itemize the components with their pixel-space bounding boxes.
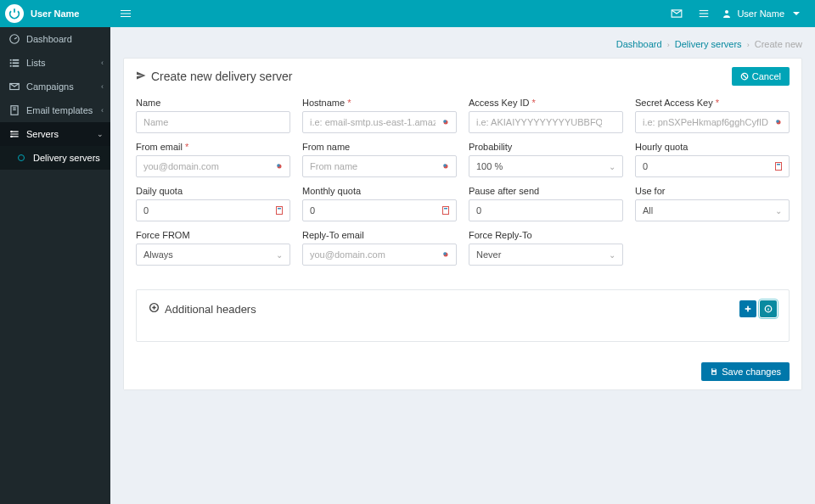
svg-rect-2 [121, 16, 131, 17]
pause-after-send-input[interactable] [469, 199, 623, 221]
force-from-select[interactable]: Always ⌄ [136, 244, 290, 266]
field-label: Reply-To email [302, 230, 457, 240]
send-icon [136, 70, 146, 83]
chevron-right-icon: › [667, 41, 670, 49]
breadcrumb: Dashboard › Delivery servers › Create ne… [123, 36, 802, 58]
reply-to-email-input[interactable] [302, 244, 457, 266]
form-panel: Create new delivery server Cancel Name [123, 58, 802, 390]
brand-label: User Name [31, 8, 79, 19]
plus-circle-icon [149, 302, 160, 316]
list-icon[interactable] [694, 4, 713, 23]
additional-headers-title: Additional headers [149, 302, 256, 316]
breadcrumb-link[interactable]: Dashboard [616, 39, 662, 49]
svg-rect-1 [121, 14, 131, 14]
chevron-down-icon: ⌄ [97, 130, 104, 138]
svg-rect-9 [13, 59, 20, 61]
svg-rect-13 [13, 65, 20, 67]
sidebar-item-servers[interactable]: Servers ⌄ [0, 122, 110, 146]
sidebar-item-label: Delivery servers [33, 153, 100, 163]
svg-rect-5 [700, 16, 709, 17]
servers-icon [8, 128, 20, 140]
secret-access-key-input[interactable] [635, 111, 790, 133]
panel-title: Create new delivery server [136, 70, 293, 83]
topbar: User Name User Name [0, 0, 815, 27]
field-label: Secret Access Key * [635, 98, 790, 108]
sidebar-item-dashboard[interactable]: Dashboard [0, 27, 110, 51]
svg-rect-37 [745, 308, 751, 310]
chevron-left-icon: ‹ [101, 82, 104, 91]
info-button[interactable] [760, 300, 777, 317]
field-label: Hostname * [302, 98, 457, 108]
svg-rect-3 [700, 10, 709, 11]
svg-rect-11 [13, 62, 20, 64]
svg-point-16 [11, 132, 12, 132]
sidebar-toggle[interactable] [110, 0, 141, 27]
sidebar-item-label: Email templates [26, 105, 93, 115]
breadcrumb-current: Create new [755, 39, 802, 49]
sidebar-item-label: Servers [26, 129, 59, 139]
brand[interactable]: User Name [0, 0, 110, 27]
field-label: Use for [635, 186, 790, 196]
svg-rect-12 [10, 65, 12, 67]
dashboard-icon [8, 33, 20, 45]
user-label: User Name [737, 8, 784, 19]
force-reply-to-select[interactable]: Never ⌄ [469, 244, 623, 266]
svg-rect-4 [700, 13, 709, 14]
from-name-input[interactable] [302, 155, 457, 177]
sidebar-item-label: Lists [26, 58, 46, 68]
caret-down-icon[interactable] [793, 12, 800, 15]
cancel-button[interactable]: Cancel [732, 67, 790, 86]
hostname-input[interactable] [302, 111, 457, 133]
from-email-input[interactable] [136, 155, 290, 177]
field-label: Access Key ID * [469, 98, 623, 108]
bullet-icon [15, 152, 27, 164]
ban-icon [740, 72, 749, 81]
envelope-icon[interactable] [667, 4, 686, 23]
save-icon [710, 367, 718, 376]
svg-rect-10 [10, 62, 12, 64]
monthly-quota-input[interactable] [302, 199, 457, 221]
breadcrumb-link[interactable]: Delivery servers [675, 39, 742, 49]
field-label: Probability [469, 142, 623, 152]
envelope-icon [8, 81, 20, 92]
svg-rect-0 [121, 10, 131, 11]
sidebar-item-email-templates[interactable]: Email templates ‹ [0, 98, 110, 122]
hourly-quota-input[interactable] [635, 155, 790, 177]
field-label: Pause after send [469, 186, 623, 196]
power-icon [5, 4, 24, 23]
sidebar: Dashboard Lists ‹ Campaigns ‹ E [0, 27, 110, 504]
probability-select[interactable]: 100 % ⌄ [469, 155, 623, 177]
add-header-button[interactable] [739, 300, 756, 317]
sidebar-item-label: Dashboard [26, 34, 72, 44]
save-changes-button[interactable]: Save changes [701, 362, 790, 381]
field-label: Hourly quota [635, 142, 790, 152]
daily-quota-input[interactable] [136, 199, 290, 221]
field-label: From email * [136, 142, 290, 152]
svg-point-17 [11, 136, 12, 137]
sidebar-item-label: Campaigns [26, 81, 74, 92]
chevron-down-icon: ⌄ [775, 206, 782, 216]
use-for-select[interactable]: All ⌄ [635, 199, 790, 221]
access-key-id-input[interactable] [469, 111, 623, 133]
name-input[interactable] [136, 111, 290, 133]
field-label: Force FROM [136, 230, 290, 240]
sidebar-item-campaigns[interactable]: Campaigns ‹ [0, 75, 110, 98]
main-content: Dashboard › Delivery servers › Create ne… [110, 27, 815, 504]
user-menu[interactable]: User Name [722, 8, 784, 19]
list-icon [8, 57, 20, 69]
sidebar-item-lists[interactable]: Lists ‹ [0, 51, 110, 75]
chevron-down-icon: ⌄ [276, 250, 283, 260]
svg-rect-8 [10, 59, 12, 61]
sidebar-item-delivery-servers[interactable]: Delivery servers [0, 146, 110, 170]
chevron-down-icon: ⌄ [609, 162, 615, 171]
field-label: Force Reply-To [469, 230, 623, 240]
svg-rect-40 [713, 372, 716, 374]
user-icon [722, 8, 732, 19]
svg-point-6 [725, 10, 728, 14]
template-icon [8, 104, 20, 116]
field-label: Daily quota [136, 186, 290, 196]
svg-rect-39 [713, 368, 716, 370]
field-label: Monthly quota [302, 186, 457, 196]
field-label: From name [302, 142, 457, 152]
field-label: Name [136, 98, 290, 108]
